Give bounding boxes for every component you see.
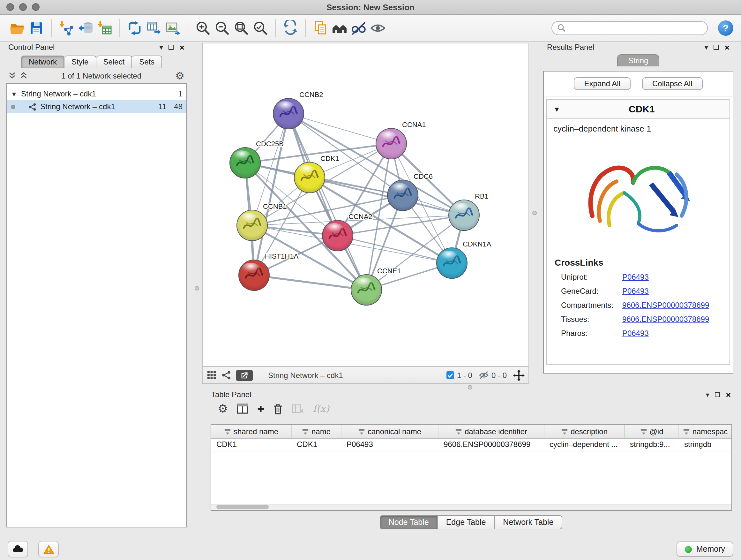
search-input[interactable] [551, 21, 708, 35]
zoom-fit-icon[interactable] [232, 18, 251, 37]
network-edge-CCNB2-CCNA1[interactable] [288, 114, 391, 144]
tissues-link[interactable]: 9606.ENSP00000378699 [622, 315, 709, 324]
network-options-gear-icon[interactable]: ⚙ [175, 71, 185, 81]
birds-eye-toggle-icon[interactable] [513, 369, 525, 381]
network-overview-icon[interactable] [221, 370, 231, 380]
first-neighbors-icon[interactable] [330, 18, 349, 37]
close-panel-icon[interactable]: × [180, 43, 185, 51]
apply-layout-icon[interactable] [281, 18, 300, 37]
import-network-database-icon[interactable] [76, 18, 95, 37]
network-name: String Network – cdk1 [40, 102, 115, 111]
import-network-file-icon[interactable] [57, 18, 76, 37]
expand-all-button[interactable]: Expand All [574, 77, 630, 90]
maximize-panel-icon[interactable] [169, 45, 174, 50]
network-node-RB1[interactable]: RB1 [449, 192, 488, 231]
genecard-link[interactable]: P06493 [622, 287, 649, 296]
column-header-namespace[interactable]: namespac [679, 425, 731, 438]
float-table-icon[interactable]: ▾ [706, 391, 710, 398]
warnings-button[interactable] [38, 541, 59, 557]
open-session-icon[interactable] [8, 18, 27, 37]
warning-icon [43, 544, 54, 554]
zoom-out-icon[interactable] [212, 18, 232, 37]
tab-network-table[interactable]: Network Table [495, 515, 562, 530]
close-results-icon[interactable]: × [725, 43, 730, 51]
collapse-all-button[interactable]: Collapse All [642, 77, 702, 90]
network-edge-HIST1H1A-CCNE1[interactable] [254, 275, 366, 290]
network-edge-CCNB2-CCNE1[interactable] [288, 114, 366, 290]
table-options-gear-icon[interactable]: ⚙ [218, 403, 228, 415]
tab-style[interactable]: Style [64, 56, 96, 68]
show-all-icon[interactable] [368, 18, 387, 37]
expand-all-tree-icon[interactable] [20, 71, 27, 81]
tab-network[interactable]: Network [21, 56, 64, 68]
bottom-splitter-handle[interactable] [468, 385, 472, 389]
network-edge-CCNB2-HIST1H1A[interactable] [254, 114, 288, 275]
column-header-shared-name[interactable]: shared name [211, 425, 292, 438]
detach-view-button[interactable] [236, 369, 253, 381]
network-row[interactable]: String Network – cdk1 11 48 [7, 100, 186, 113]
right-splitter-handle[interactable] [532, 211, 537, 215]
export-image-icon[interactable] [163, 18, 183, 37]
memory-button[interactable]: Memory [677, 542, 733, 557]
column-header-id[interactable]: @id [625, 425, 679, 438]
scrollbar-thumb[interactable] [216, 505, 269, 509]
left-splitter-handle[interactable] [195, 286, 199, 291]
tab-string[interactable]: String [617, 54, 659, 66]
table-row[interactable]: CDK1 CDK1 P06493 9606.ENSP00000378699 cy… [211, 439, 731, 451]
column-header-description[interactable]: description [544, 425, 625, 438]
network-collection-row[interactable]: ▼ String Network – cdk1 1 [7, 87, 186, 100]
compartments-link[interactable]: 9606.ENSP00000378699 [622, 301, 709, 310]
network-from-selection-icon[interactable] [125, 18, 144, 37]
table-header-row: shared name name canonical name database… [211, 425, 731, 439]
collection-expander-icon[interactable]: ▼ [11, 90, 17, 98]
tab-select[interactable]: Select [96, 56, 132, 68]
float-panel-icon[interactable]: ▾ [159, 44, 163, 51]
save-session-icon[interactable] [27, 18, 46, 37]
tab-edge-table[interactable]: Edge Table [438, 515, 495, 530]
table-from-network-icon[interactable] [144, 18, 163, 37]
node-label-RB1: RB1 [475, 192, 488, 200]
maximize-table-icon[interactable] [715, 392, 720, 397]
network-node-CCNB1[interactable]: CCNB1 [237, 202, 287, 241]
table-panel-title: Table Panel [211, 390, 251, 399]
network-node-CDK1[interactable]: CDK1 [294, 154, 339, 193]
node-label-CCNB2: CCNB2 [299, 91, 323, 99]
gene-name: CDK1 [560, 104, 723, 114]
import-table-file-icon[interactable] [95, 18, 114, 37]
zoom-selected-icon[interactable] [251, 18, 270, 37]
column-header-name[interactable]: name [292, 425, 341, 438]
create-column-icon[interactable]: + [257, 402, 264, 415]
uniprot-link[interactable]: P06493 [622, 273, 649, 282]
tab-node-table[interactable]: Node Table [380, 515, 438, 530]
crosslink-row: Tissues: 9606.ENSP00000378699 [547, 312, 730, 326]
hide-selected-icon[interactable] [349, 18, 368, 37]
network-node-CDKN1A[interactable]: CDKN1A [436, 240, 491, 278]
title-bar: Session: New Session [0, 0, 741, 15]
close-table-icon[interactable]: × [726, 390, 731, 399]
network-node-CCNA1[interactable]: CCNA1 [376, 121, 426, 159]
network-canvas[interactable]: CCNB2CCNA1CDC25BCDK1CDC6RB1CCNB1CCNA2CDK… [202, 43, 529, 367]
grid-view-icon[interactable] [207, 370, 216, 380]
collapse-all-tree-icon[interactable] [8, 71, 16, 81]
cloud-status-button[interactable] [8, 541, 28, 557]
help-button[interactable]: ? [718, 20, 733, 36]
gene-expander-icon[interactable]: ▼ [553, 105, 560, 113]
network-node-HIST1H1A[interactable]: HIST1H1A [239, 252, 298, 291]
column-header-canonical-name[interactable]: canonical name [341, 425, 439, 438]
show-columns-icon[interactable] [237, 403, 248, 414]
horizontal-scrollbar[interactable] [211, 504, 731, 510]
network-node-CDC6[interactable]: CDC6 [387, 172, 433, 211]
float-results-icon[interactable]: ▾ [704, 44, 708, 51]
zoom-in-icon[interactable] [193, 18, 212, 37]
gene-section-header[interactable]: ▼ CDK1 [547, 100, 730, 119]
network-graph: CCNB2CCNA1CDC25BCDK1CDC6RB1CCNB1CCNA2CDK… [203, 44, 529, 366]
pharos-link[interactable]: P06493 [622, 329, 649, 338]
network-node-CCNB2[interactable]: CCNB2 [273, 91, 323, 129]
tab-sets[interactable]: Sets [132, 56, 162, 68]
collection-label: String Network – cdk1 [21, 89, 96, 98]
maximize-results-icon[interactable] [714, 45, 719, 50]
copy-paste-icon[interactable] [311, 18, 330, 37]
delete-column-icon[interactable] [273, 403, 283, 414]
memory-status-icon [685, 546, 692, 553]
column-header-database-identifier[interactable]: database identifier [439, 425, 544, 438]
